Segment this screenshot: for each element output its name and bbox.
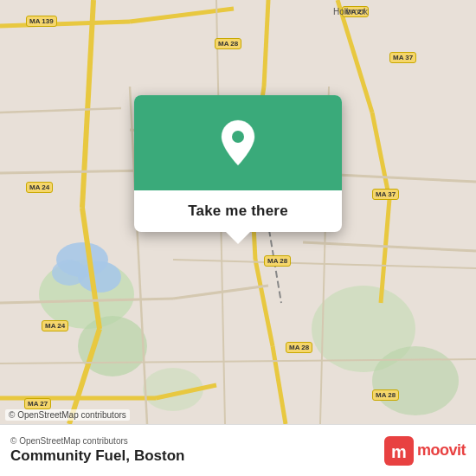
popup-button-area[interactable]: Take me there: [134, 190, 342, 232]
road-badge-ma24-low: MA 24: [42, 320, 68, 331]
town-label-holbrook: Holbrook: [333, 7, 368, 16]
attribution-text: © OpenStreetMap contributors: [10, 436, 184, 446]
svg-point-37: [232, 131, 244, 143]
take-me-there-button[interactable]: Take me there: [188, 203, 288, 220]
road-badge-ma28-top: MA 28: [215, 38, 241, 49]
place-name: Community Fuel,: [10, 447, 130, 465]
popup-card: Take me there: [134, 95, 342, 232]
svg-point-4: [372, 346, 459, 415]
bottom-bar: © OpenStreetMap contributors Community F…: [0, 424, 476, 476]
road-badge-ma37-top: MA 37: [389, 52, 416, 63]
moovit-logo: m moovit: [384, 436, 466, 466]
map-attribution: © OpenStreetMap contributors: [5, 409, 130, 421]
popup-header: [134, 95, 342, 190]
road-badge-ma24-mid: MA 24: [26, 182, 53, 193]
svg-text:m: m: [391, 442, 407, 461]
road-badge-ma28-bottom: MA 28: [372, 389, 399, 401]
moovit-text: moovit: [417, 441, 466, 460]
location-pin-icon: [218, 119, 258, 167]
moovit-icon: m: [384, 436, 414, 466]
road-badge-ma37-mid: MA 37: [372, 189, 399, 200]
road-badge-ma139: MA 139: [26, 16, 57, 27]
city-name: Boston: [134, 447, 185, 465]
road-badge-ma28-mid: MA 28: [264, 255, 291, 267]
place-info: © OpenStreetMap contributors Community F…: [10, 436, 184, 465]
svg-point-8: [52, 260, 87, 286]
map-container: MA 139 MA 28 MA 37 MA 24 MA 37 MA 28 MA …: [0, 0, 476, 424]
road-badge-ma27: MA 27: [24, 398, 51, 409]
road-badge-ma28-low: MA 28: [286, 342, 312, 353]
